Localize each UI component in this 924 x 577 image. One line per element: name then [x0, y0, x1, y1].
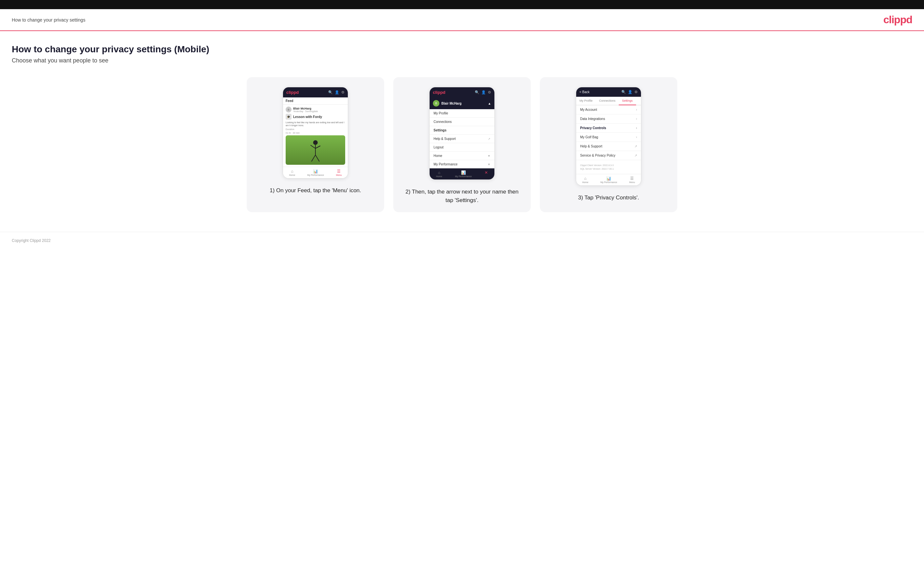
copyright: Copyright Clippd 2022 [12, 239, 51, 243]
phone3-version: Clippd Client Version: 2022.8.3-3 SQL Se… [576, 160, 641, 174]
svg-point-0 [313, 140, 318, 145]
svg-line-2 [310, 145, 315, 148]
search-icon-2: 🔍 [475, 90, 479, 95]
close-icon: ✕ [485, 170, 488, 175]
phone3-nav-performance-label: My Performance [600, 181, 617, 184]
phone1-header: clippd 🔍 👤 ⚙ [283, 87, 348, 97]
phone3-back[interactable]: < Back [580, 90, 590, 94]
setting-dataintegrations[interactable]: Data Integrations › [576, 114, 641, 124]
helpsupport-label: Help & Support [433, 137, 456, 140]
tab-settings[interactable]: Settings [619, 97, 636, 105]
page-heading: How to change your privacy settings (Mob… [12, 44, 912, 55]
phone2-header-icons: 🔍 👤 ⚙ [475, 90, 491, 95]
step-1-desc: 1) On your Feed, tap the 'Menu' icon. [270, 186, 361, 195]
phone1-nav-menu: ☰ Menu [336, 169, 342, 176]
step-3-desc: 3) Tap 'Privacy Controls'. [578, 193, 639, 202]
setting-myaccount[interactable]: My Account › [576, 105, 641, 114]
setting-helpsupport[interactable]: Help & Support ↗ [576, 142, 641, 151]
phone3-nav-performance: 📊 My Performance [600, 176, 617, 184]
phone2-username: Blair McHarg [441, 102, 462, 105]
search-icon: 🔍 [328, 90, 333, 95]
phone-3: < Back 🔍 👤 ⚙ My Profile Connections [576, 87, 641, 186]
myprofile-label: My Profile [433, 111, 448, 115]
phone1-nav-home: ⌂ Home [289, 169, 295, 176]
setting-serviceprivacy[interactable]: Service & Privacy Policy ↗ [576, 151, 641, 160]
phone2-nav-home-label: Home [436, 175, 443, 177]
tab-connections[interactable]: Connections [596, 97, 619, 105]
phone3-tabs: My Profile Connections Settings [576, 97, 641, 105]
phone2-user-left: B Blair McHarg [433, 100, 462, 106]
phone3-header-icons: 🔍 👤 ⚙ [621, 90, 638, 94]
phone1-post: B Blair McHarg Yesterday · Sunningdale 🎓… [283, 105, 348, 167]
tab-myprofile[interactable]: My Profile [576, 97, 596, 105]
step-2-desc: 2) Then, tap the arrow next to your name… [401, 188, 523, 204]
phone2-item-myprofile[interactable]: My Profile [430, 109, 494, 118]
myaccount-label: My Account [580, 108, 597, 111]
performance-section-chevron: ▼ [488, 163, 491, 166]
privacycontrols-chevron: › [636, 126, 637, 130]
phone2-item-helpsupport[interactable]: Help & Support ↗ [430, 135, 494, 143]
phone2-item-logout[interactable]: Logout [430, 143, 494, 152]
svg-line-3 [315, 146, 320, 148]
logo: clippd [884, 14, 912, 26]
svg-line-4 [312, 155, 315, 161]
settings-label: Settings [433, 129, 446, 132]
phone3-footer: ⌂ Home 📊 My Performance ☰ Menu [576, 174, 641, 185]
logout-label: Logout [433, 145, 444, 149]
phone2-item-settings[interactable]: Settings [430, 126, 494, 135]
menu-icon-3: ☰ [630, 176, 634, 181]
chart-icon-2: 📊 [461, 170, 466, 175]
phone2-logo: clippd [433, 90, 445, 95]
step-1-card: clippd 🔍 👤 ⚙ Feed B Blair McHarg [247, 77, 384, 212]
phone3-nav-home: ⌂ Home [582, 176, 588, 184]
phone2-nav-home: ⌂ Home [436, 170, 443, 177]
home-icon-2: ⌂ [438, 170, 440, 175]
connections-label: Connections [433, 120, 452, 124]
phone1-feed-label: Feed [283, 97, 348, 105]
setting-privacycontrols[interactable]: Privacy Controls › [576, 124, 641, 133]
serviceprivacy-ext-icon: ↗ [635, 154, 637, 157]
ext-icon-help: ↗ [488, 137, 491, 140]
header-title: How to change your privacy settings [12, 17, 86, 23]
chart-icon: 📊 [313, 169, 318, 174]
phone3-nav-menu: ☰ Menu [629, 176, 635, 184]
performance-section-label: My Performance [433, 163, 457, 166]
menu-icon: ☰ [337, 169, 341, 174]
phone3-header: < Back 🔍 👤 ⚙ [576, 87, 641, 97]
phone2-nav-performance-label: My Performance [455, 175, 472, 177]
phone-1: clippd 🔍 👤 ⚙ Feed B Blair McHarg [283, 87, 348, 179]
helpsupport-ext-icon: ↗ [635, 145, 637, 148]
search-icon-3: 🔍 [621, 90, 626, 94]
phone2-item-connections[interactable]: Connections [430, 118, 494, 126]
phone1-meta: Yesterday · Sunningdale [293, 110, 318, 113]
phone1-lesson-desc: Looking to feel like my hands are exitin… [286, 121, 345, 127]
phone2-section-home[interactable]: Home ▼ [430, 152, 494, 160]
phone2-section-performance[interactable]: My Performance ▼ [430, 160, 494, 168]
setting-mygolfbag[interactable]: My Golf Bag › [576, 133, 641, 142]
phone2-header: clippd 🔍 👤 ⚙ [430, 87, 494, 97]
home-section-label: Home [433, 154, 443, 158]
phone2-footer: ⌂ Home 📊 My Performance ✕ [430, 168, 494, 179]
settings-icon-3: ⚙ [635, 90, 638, 94]
phone1-duration: Duration [286, 128, 345, 131]
phone1-nav-menu-label: Menu [336, 174, 342, 176]
phone2-avatar: B [433, 100, 439, 106]
main-content: How to change your privacy settings (Mob… [0, 31, 924, 232]
phone1-avatar: B [286, 106, 292, 113]
phone2-nav-close: ✕ [485, 170, 488, 177]
dataintegrations-label: Data Integrations [580, 117, 605, 121]
phone3-nav-home-label: Home [582, 181, 588, 184]
mygolfbag-label: My Golf Bag [580, 135, 598, 139]
user-icon: 👤 [335, 90, 339, 95]
phone2-nav-performance: 📊 My Performance [455, 170, 472, 177]
phone-2: clippd 🔍 👤 ⚙ B Blair McHarg ▲ [429, 87, 495, 180]
mygolfbag-chevron: › [636, 135, 637, 139]
serviceprivacy-label: Service & Privacy Policy [580, 154, 615, 157]
phone1-nav-performance-label: My Performance [307, 174, 324, 176]
helpsupport-label-3: Help & Support [580, 145, 603, 148]
phone1-avatar-row: B Blair McHarg Yesterday · Sunningdale [286, 106, 345, 113]
home-icon: ⌂ [291, 169, 293, 174]
phone1-footer: ⌂ Home 📊 My Performance ☰ Menu [283, 167, 348, 178]
phone1-duration-value: 01 hr : 30 min [286, 132, 345, 134]
user-icon-2: 👤 [481, 90, 486, 95]
